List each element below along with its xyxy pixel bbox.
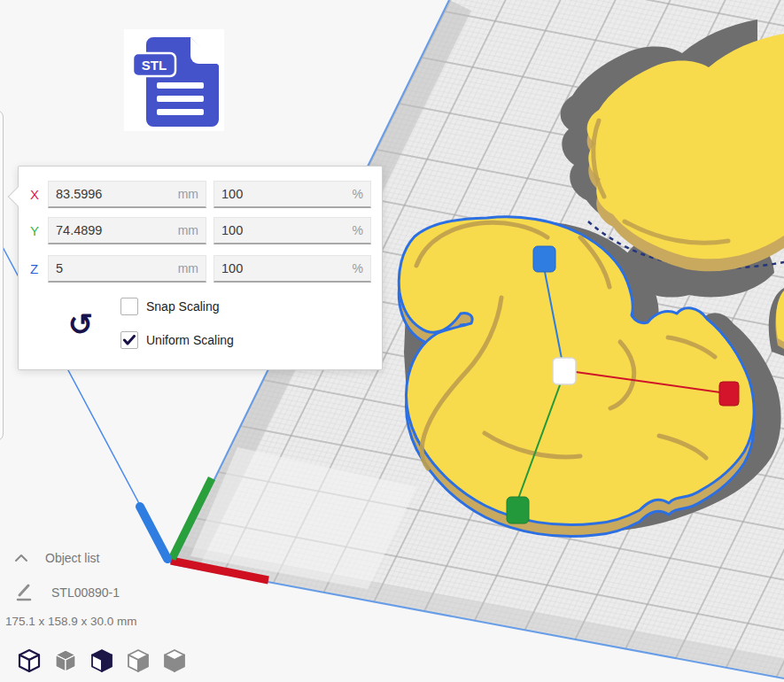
view-top-button[interactable]	[89, 647, 115, 674]
reset-scale-button[interactable]: ↺	[63, 306, 98, 342]
z-size-input[interactable]: 5 mm	[48, 255, 206, 283]
scale-handle-y[interactable]	[507, 497, 529, 523]
y-axis-label: Y	[30, 217, 46, 244]
scale-handle-x[interactable]	[719, 382, 739, 406]
x-size-value: 83.5996	[56, 182, 102, 206]
y-size-input[interactable]: 74.4899 mm	[48, 217, 206, 244]
x-percent-unit: %	[353, 182, 363, 206]
scale-handle-z[interactable]	[533, 246, 555, 272]
cube-wireframe-icon	[19, 650, 39, 671]
snap-scaling-label: Snap Scaling	[146, 299, 220, 314]
stl-badge-label: STL	[142, 58, 167, 73]
stl-document-icon: STL	[124, 29, 224, 131]
uniform-scaling-row: Uniform Scaling	[120, 331, 234, 349]
object-list-item[interactable]: STL00890-1	[16, 583, 120, 602]
cube-front-highlight-icon	[92, 650, 112, 671]
x-percent-input[interactable]: 100 %	[213, 181, 371, 208]
x-axis-label: X	[30, 181, 46, 208]
tool-sidebar-edge	[0, 110, 4, 441]
checkmark-icon	[123, 335, 136, 345]
z-percent-value: 100	[221, 256, 243, 281]
stl-file-thumbnail: STL	[124, 29, 224, 131]
y-percent-input[interactable]: 100 %	[213, 217, 371, 244]
view-right-button[interactable]	[161, 647, 188, 674]
z-size-unit: mm	[178, 256, 198, 281]
object-dimensions: 175.1 x 158.9 x 30.0 mm	[5, 615, 137, 628]
scale-tool-panel: X 83.5996 mm 100 % Y 74.4899 mm 100 % Z …	[18, 166, 383, 370]
slicer-app: { "file_badge": { "label": "STL" }, "sca…	[0, 0, 784, 682]
cube-left-highlight-icon	[128, 650, 148, 671]
y-percent-unit: %	[353, 218, 363, 243]
document-fold	[190, 37, 219, 64]
y-size-unit: mm	[178, 218, 198, 243]
y-percent-value: 100	[221, 218, 243, 243]
z-size-value: 5	[56, 256, 63, 281]
y-size-value: 74.4899	[56, 218, 102, 243]
uniform-checkbox[interactable]	[120, 331, 138, 349]
x-size-input[interactable]: 83.5996 mm	[48, 181, 206, 208]
scale-row-z: Z 5 mm 100 %	[19, 255, 382, 283]
z-axis-label: Z	[30, 255, 46, 283]
z-percent-input[interactable]: 100 %	[213, 255, 371, 283]
z-axis-bar	[140, 507, 167, 559]
object-list-header[interactable]: Object list	[13, 551, 99, 565]
chevron-up-icon	[13, 552, 29, 564]
snap-scaling-row: Snap Scaling	[120, 298, 220, 315]
view-left-button[interactable]	[125, 647, 151, 674]
cube-top-highlight-icon	[165, 650, 184, 671]
object-list-title: Object list	[45, 551, 99, 565]
cube-solid-icon	[56, 650, 75, 671]
x-percent-value: 100	[221, 182, 243, 206]
reset-icon: ↺	[68, 309, 94, 339]
z-percent-unit: %	[353, 256, 363, 281]
scale-row-y: Y 74.4899 mm 100 %	[19, 217, 382, 244]
uniform-scaling-label: Uniform Scaling	[146, 333, 234, 347]
view-front-button[interactable]	[52, 647, 79, 674]
pencil-icon	[16, 583, 34, 602]
object-item-name: STL00890-1	[51, 585, 120, 600]
x-size-unit: mm	[178, 182, 198, 206]
scale-row-x: X 83.5996 mm 100 %	[19, 181, 382, 208]
snap-checkbox[interactable]	[120, 298, 138, 315]
scale-handle-center[interactable]	[553, 358, 576, 384]
view-3d-button[interactable]	[16, 647, 43, 674]
camera-view-buttons	[16, 647, 198, 674]
